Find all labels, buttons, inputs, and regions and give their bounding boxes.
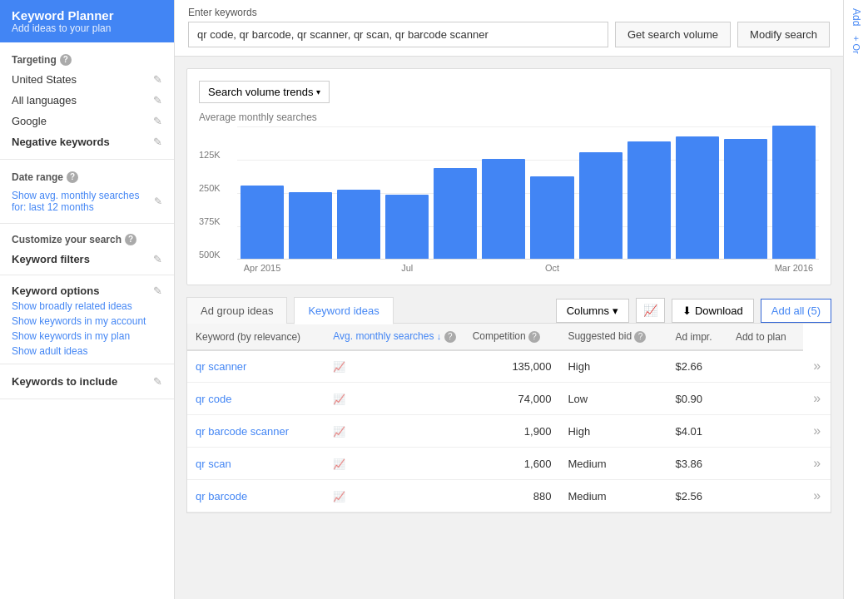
trend-icon-2[interactable]: 📈 (333, 426, 345, 438)
app-title: Keyword Planner (12, 8, 162, 22)
date-range-help-icon[interactable]: ? (67, 171, 78, 183)
cell-adimpr-1 (727, 383, 803, 415)
chart-dropdown-button[interactable]: Search volume trends ▾ (199, 81, 330, 103)
table-container: Keyword (by relevance) Avg. monthly sear… (186, 323, 831, 513)
cell-keyword-3: qr scan (187, 448, 325, 480)
bar-feb (724, 139, 767, 259)
modify-search-button[interactable]: Modify search (737, 22, 830, 47)
bar-jul (385, 195, 429, 259)
keywords-to-include[interactable]: Keywords to include ✎ (0, 371, 174, 392)
bar-may (289, 192, 332, 259)
cell-addtoplan-2[interactable]: » (803, 415, 831, 448)
main-header: Enter keywords Get search volume Modify … (175, 0, 843, 57)
x-label-may (289, 263, 332, 273)
bar-nov (579, 152, 622, 259)
cell-addtoplan-4[interactable]: » (803, 480, 831, 512)
cell-avg-4: 880 (464, 480, 560, 512)
x-label-jul: Jul (385, 263, 429, 273)
get-search-volume-button[interactable]: Get search volume (615, 22, 731, 47)
keyword-option-adult[interactable]: Show adult ideas (0, 344, 174, 359)
tab-keyword-ideas[interactable]: Keyword ideas (294, 297, 393, 324)
targeting-language[interactable]: All languages ✎ (0, 90, 174, 111)
cell-bid-4: $2.56 (667, 480, 727, 512)
cell-adimpr-2 (727, 415, 803, 448)
cell-adimpr-0 (727, 350, 803, 383)
bar (337, 190, 380, 259)
cell-trend-4: 📈 (325, 480, 464, 512)
add-all-button[interactable]: Add all (5) (761, 299, 831, 323)
competition-help-icon[interactable]: ? (528, 331, 540, 343)
x-label-oct: Oct (530, 263, 573, 273)
keywords-input[interactable] (188, 22, 608, 47)
avg-monthly-help-icon[interactable]: ? (444, 331, 456, 343)
customize-title: Customize your search ? (0, 229, 174, 249)
bar (724, 139, 767, 259)
chevron-down-icon: ▾ (613, 304, 618, 317)
targeting-network[interactable]: Google ✎ (0, 111, 174, 131)
chart-main: 500K 375K 250K 125K (199, 126, 819, 273)
date-range-value[interactable]: Show avg. monthly searches for: last 12 … (0, 186, 174, 216)
x-label-jan (676, 263, 719, 273)
edit-network-icon[interactable]: ✎ (153, 115, 162, 127)
edit-language-icon[interactable]: ✎ (153, 94, 162, 106)
bar (627, 141, 671, 259)
targeting-title: Targeting ? (0, 49, 174, 69)
negative-keywords[interactable]: Negative keywords ✎ (0, 131, 174, 152)
x-label-nov (579, 263, 622, 273)
cell-addtoplan-0[interactable]: » (803, 350, 831, 383)
keyword-option-in-plan[interactable]: Show keywords in my plan (0, 329, 174, 344)
keyword-option-broadly-related[interactable]: Show broadly related ideas (0, 299, 174, 314)
x-labels: Apr 2015 Jul Oct Mar 2016 (237, 260, 819, 273)
th-avg-monthly[interactable]: Avg. monthly searches ↓ ? (325, 324, 464, 350)
cell-bid-3: $3.86 (667, 448, 727, 480)
tabs-toolbar: Ad group ideas Keyword ideas Columns ▾ 📈… (186, 297, 831, 324)
cell-addtoplan-1[interactable]: » (803, 383, 831, 415)
x-label-dec (627, 263, 671, 273)
edit-date-range-icon[interactable]: ✎ (154, 196, 162, 207)
date-range-section: Date range ? Show avg. monthly searches … (0, 160, 174, 224)
cell-trend-0: 📈 (325, 350, 464, 383)
th-competition: Competition ? (464, 324, 560, 350)
add-label: Add (851, 8, 862, 26)
cell-bid-1: $0.90 (667, 383, 727, 415)
keyword-filters[interactable]: Keyword filters ✎ (0, 249, 174, 270)
plus-or-label: + Or (851, 36, 861, 54)
edit-country-icon[interactable]: ✎ (153, 73, 162, 86)
trend-icon-1[interactable]: 📈 (333, 394, 345, 405)
targeting-help-icon[interactable]: ? (60, 54, 72, 66)
bar-dec (627, 141, 671, 259)
bar-aug (434, 168, 477, 259)
suggested-bid-help-icon[interactable]: ? (634, 331, 646, 343)
edit-negative-keywords-icon[interactable]: ✎ (153, 136, 162, 148)
trend-icon-0[interactable]: 📈 (333, 361, 345, 373)
cell-bid-0: $2.66 (667, 350, 727, 383)
x-label-feb (724, 263, 767, 273)
cell-addtoplan-3[interactable]: » (803, 448, 831, 480)
edit-keyword-options-icon[interactable]: ✎ (153, 285, 162, 297)
customize-help-icon[interactable]: ? (125, 234, 136, 245)
th-add-to-plan: Add to plan (727, 324, 803, 350)
targeting-section: Targeting ? United States ✎ All language… (0, 42, 174, 160)
edit-keyword-filters-icon[interactable]: ✎ (153, 253, 162, 265)
chart-y-axis: 500K 375K 250K 125K (199, 126, 237, 260)
edit-keywords-to-include-icon[interactable]: ✎ (153, 375, 162, 388)
chart-icon-button[interactable]: 📈 (636, 298, 665, 323)
bar (289, 192, 332, 259)
x-label-aug (434, 263, 477, 273)
search-bar-row: Get search volume Modify search (188, 22, 830, 47)
tab-ad-group-ideas[interactable]: Ad group ideas (186, 297, 287, 324)
bar-mar (772, 126, 816, 259)
keywords-table: Keyword (by relevance) Avg. monthly sear… (187, 324, 831, 512)
bars-container (237, 126, 819, 260)
download-button[interactable]: ⬇ Download (672, 299, 754, 323)
download-icon: ⬇ (682, 304, 692, 317)
main-content: Enter keywords Get search volume Modify … (175, 0, 843, 599)
keyword-option-in-account[interactable]: Show keywords in my account (0, 314, 174, 329)
targeting-country[interactable]: United States ✎ (0, 69, 174, 90)
trend-icon-3[interactable]: 📈 (333, 458, 345, 470)
trend-icon-4[interactable]: 📈 (333, 491, 345, 502)
table-row: qr scanner 📈 135,000 High $2.66 » (187, 350, 831, 383)
bar (482, 159, 525, 259)
table-row: qr scan 📈 1,600 Medium $3.86 » (187, 448, 831, 480)
columns-button[interactable]: Columns ▾ (556, 299, 629, 323)
